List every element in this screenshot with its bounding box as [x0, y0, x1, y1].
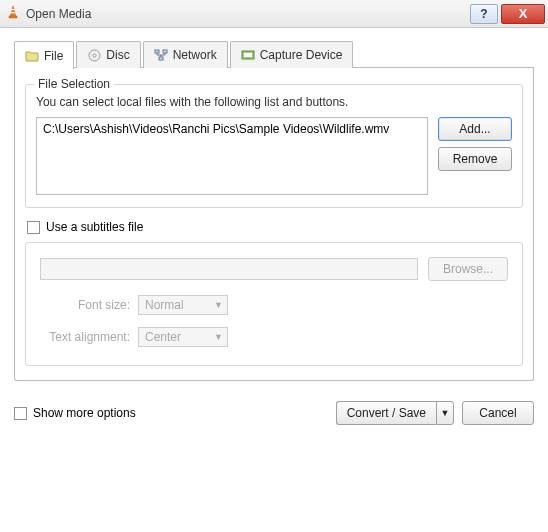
tab-capture[interactable]: Capture Device — [230, 41, 354, 68]
show-more-label: Show more options — [33, 406, 136, 420]
help-button[interactable]: ? — [470, 4, 498, 24]
disc-icon — [87, 48, 101, 62]
file-selection-group: File Selection You can select local file… — [25, 84, 523, 208]
network-icon — [154, 48, 168, 62]
svg-point-5 — [93, 54, 96, 57]
tab-panel-file: File Selection You can select local file… — [14, 68, 534, 381]
chevron-down-icon: ▼ — [214, 300, 223, 310]
chevron-down-icon: ▼ — [214, 332, 223, 342]
svg-rect-8 — [159, 57, 163, 60]
tab-disc[interactable]: Disc — [76, 41, 140, 68]
vlc-icon — [6, 5, 20, 22]
text-alignment-label: Text alignment: — [40, 330, 130, 344]
text-alignment-combo: Center ▼ — [138, 327, 228, 347]
tab-bar: File Disc Network Capture Device — [14, 40, 534, 68]
tab-file[interactable]: File — [14, 41, 74, 69]
file-hint: You can select local files with the foll… — [36, 95, 512, 109]
remove-button[interactable]: Remove — [438, 147, 512, 171]
tab-network[interactable]: Network — [143, 41, 228, 68]
use-subtitles-row[interactable]: Use a subtitles file — [27, 220, 523, 234]
group-legend: File Selection — [34, 77, 114, 91]
browse-button: Browse... — [428, 257, 508, 281]
svg-rect-2 — [11, 12, 16, 13]
text-alignment-value: Center — [145, 330, 181, 344]
footer: Show more options Convert / Save ▼ Cance… — [14, 401, 534, 425]
svg-rect-1 — [11, 9, 15, 10]
close-button[interactable]: X — [501, 4, 545, 24]
file-list-item[interactable]: C:\Users\Ashish\Videos\Ranchi Pics\Sampl… — [43, 122, 421, 136]
title-bar: Open Media ? X — [0, 0, 548, 28]
tab-label: Capture Device — [260, 48, 343, 62]
svg-rect-6 — [155, 50, 159, 53]
file-list[interactable]: C:\Users\Ashish\Videos\Ranchi Pics\Sampl… — [36, 117, 428, 195]
svg-rect-7 — [163, 50, 167, 53]
svg-rect-10 — [244, 53, 252, 57]
font-size-value: Normal — [145, 298, 184, 312]
show-more-checkbox[interactable] — [14, 407, 27, 420]
add-button[interactable]: Add... — [438, 117, 512, 141]
dialog-content: File Disc Network Capture Device File Se… — [0, 28, 548, 435]
use-subtitles-checkbox[interactable] — [27, 221, 40, 234]
capture-icon — [241, 48, 255, 62]
convert-save-label[interactable]: Convert / Save — [336, 401, 436, 425]
svg-rect-3 — [9, 16, 17, 18]
tab-label: Network — [173, 48, 217, 62]
cancel-button[interactable]: Cancel — [462, 401, 534, 425]
tab-label: Disc — [106, 48, 129, 62]
convert-save-button[interactable]: Convert / Save ▼ — [336, 401, 454, 425]
subtitle-path-input — [40, 258, 418, 280]
use-subtitles-label: Use a subtitles file — [46, 220, 143, 234]
font-size-combo: Normal ▼ — [138, 295, 228, 315]
convert-save-dropdown[interactable]: ▼ — [436, 401, 454, 425]
window-title: Open Media — [26, 7, 470, 21]
subtitles-group: Browse... Font size: Normal ▼ Text align… — [25, 242, 523, 366]
svg-marker-0 — [10, 6, 16, 17]
tab-label: File — [44, 49, 63, 63]
font-size-label: Font size: — [40, 298, 130, 312]
folder-icon — [25, 49, 39, 63]
